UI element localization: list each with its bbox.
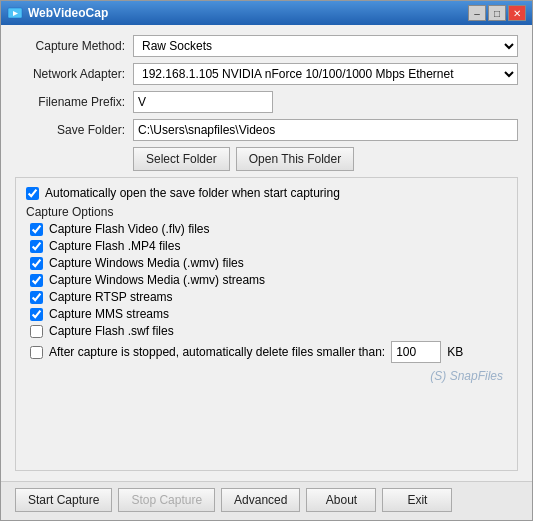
capture-options-label: Capture Options bbox=[26, 205, 507, 219]
capture-mp4-checkbox[interactable] bbox=[30, 240, 43, 253]
list-item: Capture Flash .MP4 files bbox=[30, 239, 507, 253]
maximize-button[interactable]: □ bbox=[488, 5, 506, 21]
capture-method-select[interactable]: Raw Sockets WinPcap bbox=[133, 35, 518, 57]
capture-flv-label: Capture Flash Video (.flv) files bbox=[49, 222, 210, 236]
capture-method-row: Capture Method: Raw Sockets WinPcap bbox=[15, 35, 518, 57]
app-icon bbox=[7, 5, 23, 21]
list-item: Capture MMS streams bbox=[30, 307, 507, 321]
auto-open-checkbox[interactable] bbox=[26, 187, 39, 200]
save-folder-row: Save Folder: bbox=[15, 119, 518, 141]
capture-wmv-files-checkbox[interactable] bbox=[30, 257, 43, 270]
capture-method-control: Raw Sockets WinPcap bbox=[133, 35, 518, 57]
stop-capture-button[interactable]: Stop Capture bbox=[118, 488, 215, 512]
after-capture-checkbox[interactable] bbox=[30, 346, 43, 359]
capture-mms-label: Capture MMS streams bbox=[49, 307, 169, 321]
list-item: Capture Windows Media (.wmv) files bbox=[30, 256, 507, 270]
exit-button[interactable]: Exit bbox=[382, 488, 452, 512]
start-capture-button[interactable]: Start Capture bbox=[15, 488, 112, 512]
network-adapter-row: Network Adapter: 192.168.1.105 NVIDIA nF… bbox=[15, 63, 518, 85]
main-content: Capture Method: Raw Sockets WinPcap Netw… bbox=[1, 25, 532, 481]
filename-prefix-input[interactable] bbox=[133, 91, 273, 113]
auto-open-row: Automatically open the save folder when … bbox=[26, 186, 507, 200]
capture-wmv-streams-checkbox[interactable] bbox=[30, 274, 43, 287]
options-box: Automatically open the save folder when … bbox=[15, 177, 518, 471]
kb-label: KB bbox=[447, 345, 463, 359]
capture-flv-checkbox[interactable] bbox=[30, 223, 43, 236]
capture-options-group: Capture Flash Video (.flv) files Capture… bbox=[26, 222, 507, 338]
select-folder-button[interactable]: Select Folder bbox=[133, 147, 230, 171]
network-adapter-control: 192.168.1.105 NVIDIA nForce 10/100/1000 … bbox=[133, 63, 518, 85]
main-window: WebVideoCap – □ ✕ Capture Method: Raw So… bbox=[0, 0, 533, 521]
watermark: (S) SnapFiles bbox=[26, 368, 503, 383]
about-button[interactable]: About bbox=[306, 488, 376, 512]
capture-mms-checkbox[interactable] bbox=[30, 308, 43, 321]
capture-mp4-label: Capture Flash .MP4 files bbox=[49, 239, 180, 253]
filename-prefix-row: Filename Prefix: bbox=[15, 91, 518, 113]
advanced-button[interactable]: Advanced bbox=[221, 488, 300, 512]
save-folder-label: Save Folder: bbox=[15, 123, 125, 137]
filename-prefix-label: Filename Prefix: bbox=[15, 95, 125, 109]
folder-buttons: Select Folder Open This Folder bbox=[133, 147, 518, 171]
open-this-folder-button[interactable]: Open This Folder bbox=[236, 147, 355, 171]
after-capture-row: After capture is stopped, automatically … bbox=[30, 341, 507, 363]
bottom-button-bar: Start Capture Stop Capture Advanced Abou… bbox=[1, 481, 532, 520]
capture-method-label: Capture Method: bbox=[15, 39, 125, 53]
title-bar: WebVideoCap – □ ✕ bbox=[1, 1, 532, 25]
auto-open-label: Automatically open the save folder when … bbox=[45, 186, 340, 200]
list-item: Capture Windows Media (.wmv) streams bbox=[30, 273, 507, 287]
capture-swf-checkbox[interactable] bbox=[30, 325, 43, 338]
list-item: Capture RTSP streams bbox=[30, 290, 507, 304]
minimize-button[interactable]: – bbox=[468, 5, 486, 21]
capture-rtsp-label: Capture RTSP streams bbox=[49, 290, 173, 304]
list-item: Capture Flash .swf files bbox=[30, 324, 507, 338]
watermark-text: (S) SnapFiles bbox=[430, 369, 503, 383]
capture-rtsp-checkbox[interactable] bbox=[30, 291, 43, 304]
capture-wmv-streams-label: Capture Windows Media (.wmv) streams bbox=[49, 273, 265, 287]
close-button[interactable]: ✕ bbox=[508, 5, 526, 21]
capture-wmv-files-label: Capture Windows Media (.wmv) files bbox=[49, 256, 244, 270]
list-item: Capture Flash Video (.flv) files bbox=[30, 222, 507, 236]
capture-swf-label: Capture Flash .swf files bbox=[49, 324, 174, 338]
save-folder-input[interactable] bbox=[133, 119, 518, 141]
network-adapter-label: Network Adapter: bbox=[15, 67, 125, 81]
window-title: WebVideoCap bbox=[28, 6, 108, 20]
file-size-input[interactable] bbox=[391, 341, 441, 363]
after-capture-label: After capture is stopped, automatically … bbox=[49, 345, 385, 359]
network-adapter-select[interactable]: 192.168.1.105 NVIDIA nForce 10/100/1000 … bbox=[133, 63, 518, 85]
